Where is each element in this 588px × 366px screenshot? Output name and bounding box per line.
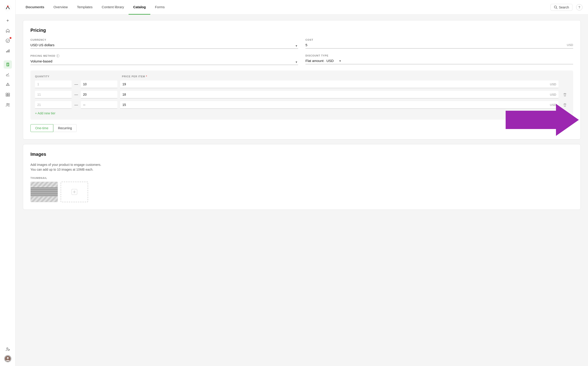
svg-rect-5 <box>9 49 9 52</box>
tier-3-usd-suffix: USD <box>550 103 556 107</box>
home-icon[interactable] <box>4 27 12 35</box>
discount-type-select-wrapper: Flat amount · USD ▾ <box>305 59 573 64</box>
nav-overview[interactable]: Overview <box>49 0 73 15</box>
tier-3-price-input[interactable] <box>122 101 550 108</box>
images-description: Add images of your product to engage cus… <box>31 162 573 172</box>
discount-type-group: DISCOUNT TYPE Flat amount · USD ▾ <box>305 54 573 65</box>
pricing-method-info-icon[interactable]: i <box>56 54 60 57</box>
payment-types: One-time Recurring <box>31 124 573 132</box>
svg-rect-4 <box>7 50 8 52</box>
svg-rect-14 <box>6 93 8 95</box>
quantity-header: QUANTITY <box>35 75 122 78</box>
recurring-button[interactable]: Recurring <box>53 124 77 132</box>
tier-2-price-wrapper: USD <box>120 91 558 98</box>
images-title: Images <box>31 152 573 157</box>
nav-links: Documents Overview Templates Content lib… <box>21 0 550 15</box>
tier-2-usd-suffix: USD <box>550 93 556 96</box>
currency-cost-row: CURRENCY USD US dollars ▾ COST USD <box>31 38 573 49</box>
svg-point-1 <box>7 6 8 7</box>
tier-row-1: — USD <box>35 81 569 88</box>
automation-icon[interactable] <box>4 81 12 89</box>
upload-placeholder[interactable] <box>61 182 88 202</box>
pricing-method-label: PRICING METHOD i <box>31 54 298 57</box>
nav-documents[interactable]: Documents <box>21 0 49 15</box>
discount-type-select[interactable]: Flat amount · USD <box>305 59 338 63</box>
nav-templates[interactable]: Templates <box>72 0 97 15</box>
notification-badge <box>10 37 11 39</box>
nav-actions: Search ? <box>550 4 582 11</box>
tier-1-max-input[interactable] <box>81 81 117 88</box>
svg-line-26 <box>556 8 557 9</box>
one-time-button[interactable]: One-time <box>31 124 53 132</box>
documents-icon[interactable] <box>4 60 12 69</box>
svg-rect-16 <box>6 95 8 96</box>
price-per-item-header: PRICE PER ITEM * <box>122 75 569 78</box>
search-icon <box>554 6 557 9</box>
cost-suffix: USD <box>567 43 573 47</box>
pricing-method-select[interactable]: Volume-based <box>31 59 298 63</box>
currency-group: CURRENCY USD US dollars ▾ <box>31 38 298 49</box>
cost-input-wrapper: USD <box>305 43 573 48</box>
contacts-icon[interactable] <box>4 101 12 109</box>
tier-3-max-input[interactable] <box>81 101 117 109</box>
nav-forms[interactable]: Forms <box>150 0 169 15</box>
svg-point-2 <box>6 39 10 43</box>
signature-icon[interactable] <box>4 70 12 79</box>
currency-label: CURRENCY <box>31 38 298 41</box>
svg-point-19 <box>8 104 9 105</box>
add-user-icon[interactable] <box>4 345 12 353</box>
pricing-title: Pricing <box>31 28 573 33</box>
tier-1-dash: — <box>74 82 78 86</box>
app-logo[interactable] <box>4 4 12 12</box>
tasks-icon[interactable] <box>4 37 12 45</box>
tier-2-delete-button[interactable] <box>561 91 569 98</box>
tier-2-dash: — <box>74 93 78 97</box>
add-tier-button[interactable]: + Add new tier <box>35 111 55 115</box>
sidebar-bottom <box>4 345 12 362</box>
main-content: Documents Overview Templates Content lib… <box>15 0 588 366</box>
currency-select-wrapper: USD US dollars ▾ <box>31 43 298 49</box>
cost-input[interactable] <box>305 43 567 47</box>
pricing-method-select-wrapper: Volume-based ▾ <box>31 59 298 65</box>
tier-1-price-wrapper: USD <box>120 81 558 88</box>
tier-header: QUANTITY PRICE PER ITEM * <box>35 75 569 78</box>
sidebar: + <box>0 0 15 366</box>
tier-table: QUANTITY PRICE PER ITEM * — USD <box>31 70 573 120</box>
user-avatar[interactable] <box>4 355 11 362</box>
tier-2-price-input[interactable] <box>122 91 550 98</box>
tier-1-price-input[interactable] <box>122 81 550 88</box>
tier-row-3: — USD <box>35 101 569 109</box>
templates-icon[interactable] <box>4 91 12 99</box>
svg-rect-7 <box>7 64 9 64</box>
create-icon[interactable]: + <box>4 16 12 25</box>
tier-3-min-input[interactable] <box>35 101 72 109</box>
tier-1-usd-suffix: USD <box>550 83 556 86</box>
svg-point-18 <box>7 103 8 105</box>
top-navigation: Documents Overview Templates Content lib… <box>15 0 588 15</box>
help-button[interactable]: ? <box>576 4 582 10</box>
svg-rect-9 <box>7 65 8 66</box>
svg-rect-15 <box>8 93 10 95</box>
discount-arrow-icon: ▾ <box>339 59 341 63</box>
nav-content-library[interactable]: Content library <box>97 0 129 15</box>
search-button[interactable]: Search <box>550 4 573 11</box>
analytics-icon[interactable] <box>4 47 12 55</box>
cost-label: COST <box>305 38 573 41</box>
page-content: Pricing CURRENCY USD US dollars ▾ COST <box>15 15 588 366</box>
svg-point-24 <box>7 357 9 359</box>
tier-2-min-input[interactable] <box>35 91 72 98</box>
tier-1-min-input[interactable] <box>35 81 72 88</box>
svg-point-20 <box>7 348 8 349</box>
tier-2-max-input[interactable] <box>81 91 117 98</box>
nav-catalog[interactable]: Catalog <box>129 0 150 15</box>
existing-thumbnail <box>31 182 58 202</box>
tier-3-delete-button[interactable] <box>561 101 569 109</box>
svg-rect-3 <box>6 51 7 52</box>
tier-3-price-wrapper: USD <box>120 101 558 109</box>
discount-type-label: DISCOUNT TYPE <box>305 54 573 57</box>
method-discount-row: PRICING METHOD i Volume-based ▾ DISCOUNT… <box>31 54 573 65</box>
cost-group: COST USD <box>305 38 573 49</box>
images-card: Images Add images of your product to eng… <box>23 144 581 210</box>
currency-select[interactable]: USD US dollars <box>31 43 298 47</box>
svg-rect-8 <box>7 64 9 65</box>
